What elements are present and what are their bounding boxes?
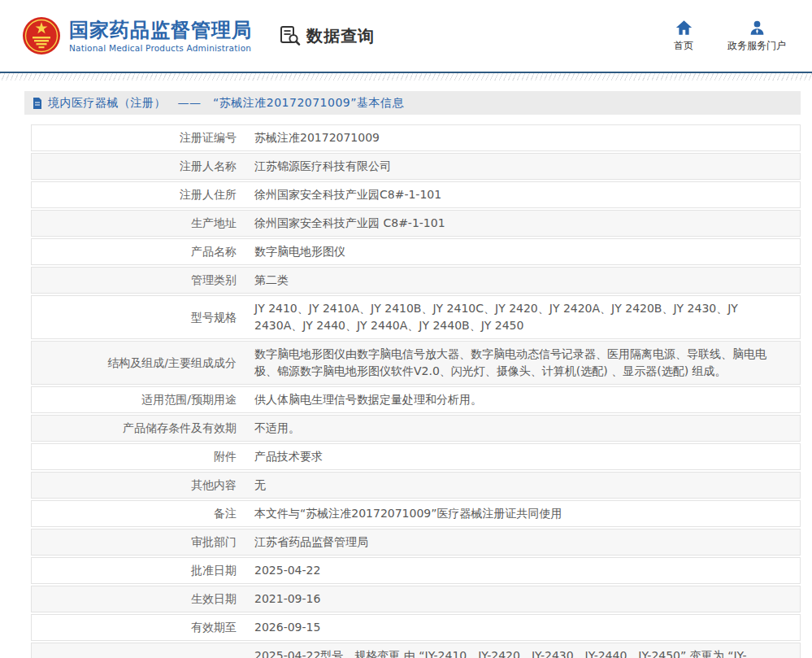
row-label: 审批部门 bbox=[191, 534, 237, 551]
table-row: 注册证编号苏械注准20172071009 bbox=[31, 124, 801, 151]
document-icon bbox=[33, 98, 42, 109]
row-label: 生效日期 bbox=[191, 590, 237, 608]
breadcrumb-wrap: 境内医疗器械（注册） —— “苏械注准20172071009”基本信息 bbox=[0, 81, 812, 115]
row-label: 产品名称 bbox=[191, 243, 237, 260]
row-value: 本文件与“苏械注准20172071009”医疗器械注册证共同使用 bbox=[254, 507, 562, 520]
table-row: 变更情况2025-04-22型号、规格变更 由 “JY-2410、JY-2420… bbox=[31, 643, 801, 658]
user-icon bbox=[749, 20, 766, 36]
table-row: 注册人住所徐州国家安全科技产业园C8#-1-101 bbox=[31, 181, 801, 208]
row-label: 适用范围/预期用途 bbox=[141, 391, 237, 408]
nav-item-service-portal[interactable]: 政务服务门户 bbox=[727, 20, 786, 53]
page-title: 境内医疗器械（注册） —— “苏械注准20172071009”基本信息 bbox=[48, 96, 404, 111]
row-label: 批准日期 bbox=[191, 562, 237, 579]
row-value: 苏械注准20172071009 bbox=[254, 131, 380, 144]
table-row: 管理类别第二类 bbox=[31, 267, 801, 294]
table-row: 结构及组成/主要组成成分数字脑电地形图仪由数字脑电信号放大器、数字脑电动态信号记… bbox=[31, 341, 801, 385]
row-label: 注册证编号 bbox=[180, 129, 237, 146]
data-query-nav[interactable]: 数据查询 bbox=[280, 25, 375, 47]
breadcrumb: 境内医疗器械（注册） —— “苏械注准20172071009”基本信息 bbox=[24, 91, 801, 115]
row-value: 数字脑电地形图仪 bbox=[254, 245, 345, 258]
row-label: 有效期至 bbox=[191, 619, 237, 636]
nmpa-logo[interactable]: 国家药品监督管理局 National Medical Products Admi… bbox=[23, 17, 252, 54]
row-value: 无 bbox=[254, 478, 266, 491]
row-value: 徐州国家安全科技产业园C8#-1-101 bbox=[254, 188, 441, 201]
table-row: 附件产品技术要求 bbox=[31, 443, 801, 470]
table-row: 批准日期2025-04-22 bbox=[31, 557, 801, 584]
row-label: 型号规格 bbox=[191, 309, 237, 326]
org-name-en: National Medical Products Administration bbox=[69, 43, 252, 53]
row-label: 生产地址 bbox=[191, 215, 237, 232]
national-emblem-icon bbox=[23, 17, 60, 54]
row-value: 数字脑电地形图仪由数字脑电信号放大器、数字脑电动态信号记录器、医用隔离电源、导联… bbox=[254, 347, 766, 377]
info-table: 注册证编号苏械注准20172071009注册人名称江苏锦源医疗科技有限公司注册人… bbox=[31, 124, 801, 658]
table-row: 备注本文件与“苏械注准20172071009”医疗器械注册证共同使用 bbox=[31, 500, 801, 527]
row-label: 注册人名称 bbox=[180, 158, 237, 175]
row-value: 江苏锦源医疗科技有限公司 bbox=[254, 159, 391, 172]
org-name-zh: 国家药品监督管理局 bbox=[69, 19, 252, 41]
row-label: 注册人住所 bbox=[180, 186, 237, 203]
top-nav: 首页 政务服务门户 bbox=[664, 20, 786, 53]
row-value: 2026-09-15 bbox=[254, 621, 320, 634]
row-label: 管理类别 bbox=[191, 272, 237, 289]
table-row: 审批部门江苏省药品监督管理局 bbox=[31, 529, 801, 556]
hatch-pattern-band bbox=[0, 73, 812, 81]
row-label: 产品储存条件及有效期 bbox=[123, 420, 237, 437]
row-value: 2025-04-22型号、规格变更 由 “JY-2410、JY-2420、JY-… bbox=[254, 649, 785, 658]
table-row: 其他内容无 bbox=[31, 472, 801, 499]
row-label: 附件 bbox=[214, 448, 237, 465]
row-value: 2021-09-16 bbox=[254, 592, 320, 605]
row-label: 备注 bbox=[214, 505, 237, 522]
table-row: 有效期至2026-09-15 bbox=[31, 614, 801, 641]
table-row: 生产地址徐州国家安全科技产业园 C8#-1-101 bbox=[31, 210, 801, 237]
row-value: 江苏省药品监督管理局 bbox=[254, 535, 368, 548]
row-value: 徐州国家安全科技产业园 C8#-1-101 bbox=[254, 216, 445, 229]
nav-label-service-portal: 政务服务门户 bbox=[727, 39, 786, 53]
row-label: 结构及组成/主要组成成分 bbox=[107, 355, 237, 372]
table-row: 生效日期2021-09-16 bbox=[31, 586, 801, 612]
table-row: 产品储存条件及有效期不适用。 bbox=[31, 415, 801, 442]
site-header: 国家药品监督管理局 National Medical Products Admi… bbox=[0, 0, 812, 72]
row-value: 2025-04-22 bbox=[254, 564, 320, 577]
home-icon bbox=[675, 20, 693, 36]
row-value: JY 2410、JY 2410A、JY 2410B、JY 2410C、JY 24… bbox=[254, 302, 738, 332]
nav-label-home: 首页 bbox=[674, 39, 693, 53]
table-row: 产品名称数字脑电地形图仪 bbox=[31, 238, 801, 265]
row-label: 其他内容 bbox=[191, 477, 237, 494]
table-row: 注册人名称江苏锦源医疗科技有限公司 bbox=[31, 153, 801, 180]
table-row: 适用范围/预期用途供人体脑电生理信号数据定量处理和分析用。 bbox=[31, 386, 801, 413]
row-value: 产品技术要求 bbox=[254, 450, 323, 463]
row-value: 第二类 bbox=[254, 273, 289, 286]
data-query-label: 数据查询 bbox=[306, 25, 375, 47]
nav-item-home[interactable]: 首页 bbox=[664, 20, 703, 53]
row-value: 不适用。 bbox=[254, 421, 300, 434]
document-search-icon bbox=[280, 25, 301, 46]
row-value: 供人体脑电生理信号数据定量处理和分析用。 bbox=[254, 393, 482, 406]
table-row: 型号规格JY 2410、JY 2410A、JY 2410B、JY 2410C、J… bbox=[31, 295, 801, 339]
